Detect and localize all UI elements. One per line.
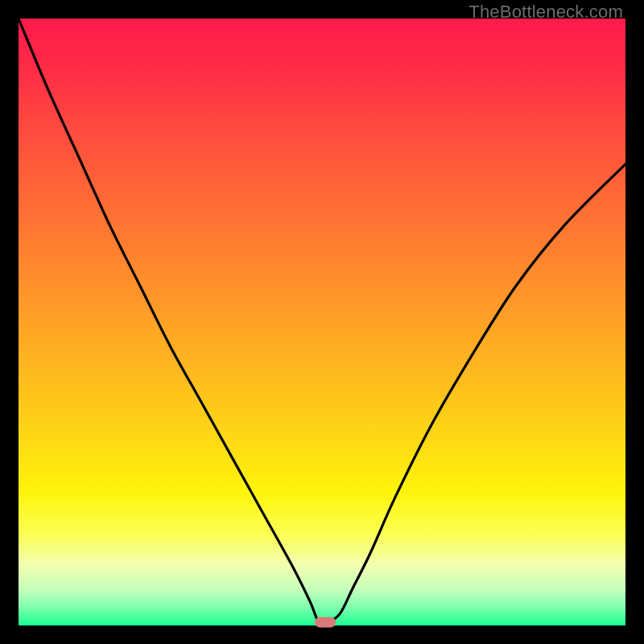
optimum-marker: [315, 617, 336, 628]
chart-frame: TheBottleneck.com: [0, 0, 644, 644]
bottleneck-curve: [19, 19, 625, 625]
plot-area: [19, 19, 625, 625]
